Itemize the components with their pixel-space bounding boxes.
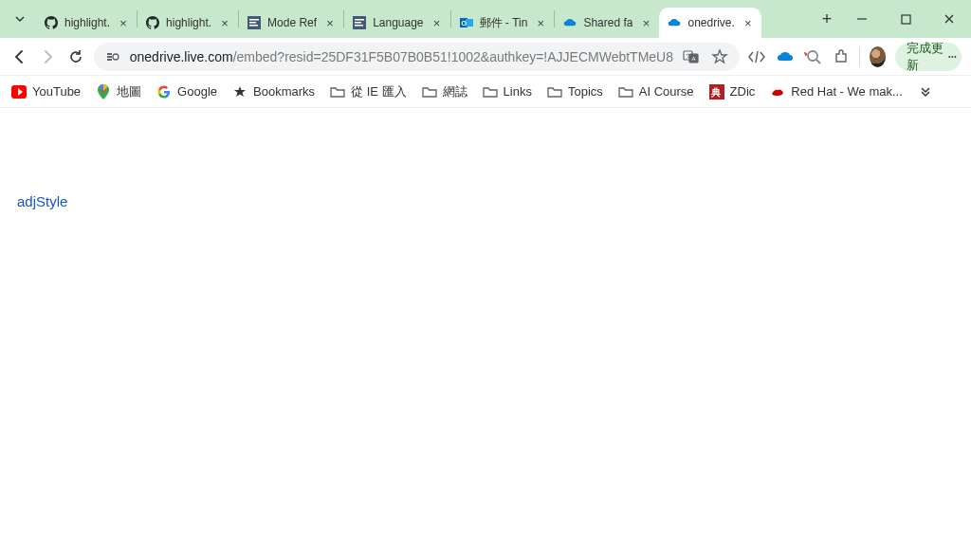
tab[interactable]: highlight.× [137,8,238,38]
svg-rect-9 [466,19,473,27]
site-info-icon[interactable] [103,47,122,66]
titlebar: highlight.×highlight.×Mode Ref×Language×… [0,0,971,38]
bookmark-item[interactable]: 從 IE 匯入 [330,83,407,100]
bookmark-item[interactable]: 網誌 [422,83,467,100]
tab-close-icon[interactable]: × [217,15,232,30]
onedrive-extension-icon[interactable] [776,45,795,68]
forward-button[interactable] [38,44,59,70]
tab-favicon [247,15,262,30]
svg-point-16 [113,54,119,60]
svg-rect-12 [902,15,910,24]
bookmark-item[interactable]: 地圖 [96,83,141,100]
tab-close-icon[interactable]: × [638,15,653,30]
svg-point-24 [952,56,954,58]
search-extension-icon[interactable] [804,45,823,68]
tab[interactable]: highlight.× [36,8,137,38]
toolbar: onedrive.live.com/embed?resid=25DF31F5B0… [0,38,971,76]
tab-close-icon[interactable]: × [322,15,338,30]
content-link[interactable]: adjStyle [17,193,67,209]
tab[interactable]: O郵件 - Tin× [451,8,555,38]
svg-rect-7 [355,25,363,27]
bookmark-item[interactable]: Google [156,84,217,99]
page-content: adjStyle [0,108,971,560]
bookmark-label: YouTube [32,84,81,99]
tab-search-dropdown[interactable] [9,9,30,29]
bookmarks-overflow-icon[interactable] [918,87,933,97]
minimize-button[interactable] [840,0,884,38]
svg-rect-14 [107,56,112,58]
svg-text:典: 典 [710,87,721,98]
bookmark-label: 從 IE 匯入 [351,83,407,100]
url-domain: onedrive.live.com [130,49,233,64]
new-tab-button[interactable]: + [814,6,840,32]
translate-icon[interactable]: 文A [681,46,702,67]
toolbar-right: 完成更新 [747,43,962,71]
tab-close-icon[interactable]: × [116,15,131,30]
tab[interactable]: onedrive.× [659,8,760,38]
profile-avatar[interactable] [870,46,886,67]
bookmark-label: Links [504,84,532,99]
bookmark-icon [770,84,785,99]
svg-point-21 [808,51,817,61]
bookmark-item[interactable]: Bookmarks [232,84,315,99]
youtube-icon [11,85,27,99]
bookmark-label: Topics [568,84,603,99]
tab-title: highlight. [64,16,110,29]
browser-window: highlight.×highlight.×Mode Ref×Language×… [0,0,971,560]
tab-favicon [145,15,160,30]
bookmark-icon [547,84,562,99]
bookmark-label: 地圖 [117,83,141,100]
tab[interactable]: Language× [344,8,449,38]
url-text: onedrive.live.com/embed?resid=25DF31F5B0… [130,49,673,64]
bookmark-item[interactable]: YouTube [11,84,81,99]
tab[interactable]: Shared fa× [555,8,659,38]
tab-title: Mode Ref [267,16,317,29]
tab-close-icon[interactable]: × [430,15,445,30]
tab-close-icon[interactable]: × [533,15,548,30]
svg-rect-2 [249,22,256,24]
svg-text:A: A [692,56,696,62]
bookmark-label: Google [177,84,217,99]
address-bar[interactable]: onedrive.live.com/embed?resid=25DF31F5B0… [94,43,740,71]
tab-title: onedrive. [687,16,734,29]
svg-point-25 [955,56,957,58]
svg-rect-1 [249,19,259,21]
tab-favicon [44,15,59,30]
bookmark-item[interactable]: AI Course [618,84,694,99]
separator [859,46,860,67]
reload-button[interactable] [65,44,86,70]
bookmark-star-icon[interactable] [709,46,730,67]
tab[interactable]: Mode Ref× [239,8,343,38]
bookmark-icon [483,84,498,99]
window-controls [840,0,971,38]
bookmark-icon [422,84,437,99]
back-button[interactable] [9,44,30,70]
bookmark-item[interactable]: Topics [547,84,603,99]
tab-favicon [562,15,577,30]
bookmark-item[interactable]: Links [483,84,532,99]
tab-close-icon[interactable]: × [741,15,756,30]
bookmark-icon [618,84,633,99]
svg-rect-15 [107,59,112,61]
bookmark-icon [156,84,172,99]
bookmark-item[interactable]: Red Hat - We mak... [770,84,903,99]
update-button[interactable]: 完成更新 [895,43,962,71]
bookmark-label: Red Hat - We mak... [791,84,903,99]
url-path: /embed?resid=25DF31F5B07B0B51!1002&authk… [233,49,673,64]
svg-rect-6 [355,22,361,24]
update-label: 完成更新 [907,40,944,74]
bookmark-label: Bookmarks [253,84,315,99]
svg-rect-5 [355,19,364,21]
bookmark-icon: 典 [709,84,724,99]
extensions-icon[interactable] [833,45,850,68]
bookmark-label: AI Course [639,84,694,99]
maximize-button[interactable] [884,0,927,38]
svg-rect-3 [249,25,258,27]
svg-text:文: 文 [686,52,691,59]
close-window-button[interactable] [927,0,971,38]
devtools-icon[interactable] [747,45,766,68]
bookmark-icon [330,84,345,99]
tab-favicon [667,15,682,30]
bookmark-item[interactable]: 典ZDic [709,84,756,99]
bookmarks-bar: YouTube地圖GoogleBookmarks從 IE 匯入網誌LinksTo… [0,76,971,108]
